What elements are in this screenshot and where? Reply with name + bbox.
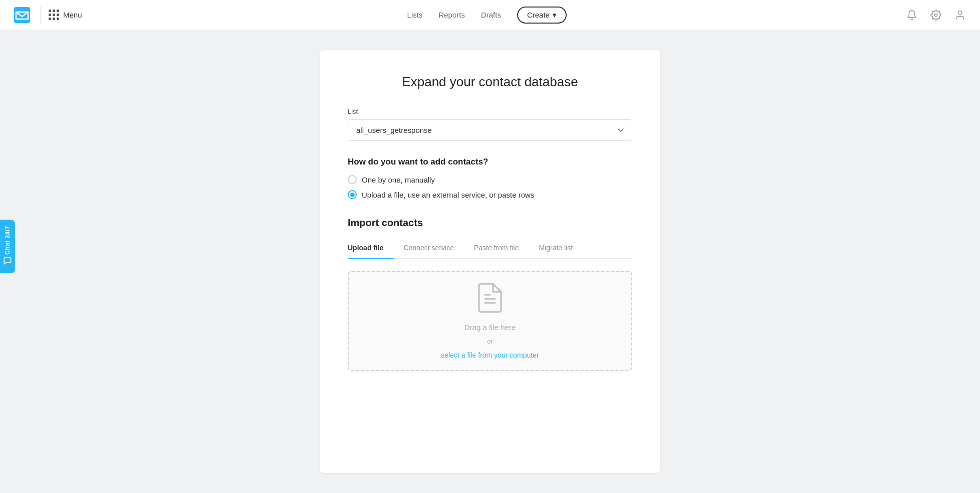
main-content: Expand your contact database List all_us… (0, 30, 980, 493)
notifications-icon[interactable] (904, 7, 920, 23)
topnav-center: Lists Reports Drafts Create ▾ (407, 7, 567, 24)
nav-divider (40, 6, 41, 24)
chat-label: Chat 24/7 (4, 226, 11, 255)
import-title: Import contacts (348, 217, 632, 229)
file-icon (477, 283, 503, 317)
tab-migrate-list[interactable]: Migrate list (529, 239, 583, 259)
nav-drafts[interactable]: Drafts (481, 11, 501, 19)
import-tabs: Upload file Connect service Paste from f… (348, 239, 632, 259)
radio-upload-label: Upload a file, use an external service, … (362, 191, 534, 199)
card: Expand your contact database List all_us… (320, 50, 660, 473)
radio-manual-circle (348, 175, 357, 184)
create-button[interactable]: Create ▾ (517, 7, 567, 24)
svg-point-1 (934, 14, 937, 17)
dropzone-select-link[interactable]: select a file from your computer (441, 351, 539, 359)
list-field: List all_users_getresponse (348, 108, 632, 141)
menu-button[interactable]: Menu (49, 10, 82, 20)
tab-paste-from-file[interactable]: Paste from file (464, 239, 529, 259)
page-title: Expand your contact database (348, 74, 632, 90)
add-contacts-question: How do you want to add contacts? (348, 157, 632, 167)
user-avatar-icon[interactable] (952, 7, 968, 23)
list-select[interactable]: all_users_getresponse (348, 119, 632, 141)
dropzone-drag-text: Drag a file here (464, 323, 516, 332)
svg-point-2 (958, 11, 961, 14)
chat-icon (3, 256, 12, 267)
logo[interactable] (12, 5, 32, 25)
file-dropzone[interactable]: Drag a file here or select a file from y… (348, 271, 632, 371)
create-label: Create (527, 11, 550, 19)
chat-sidebar[interactable]: Chat 24/7 (0, 220, 15, 274)
settings-icon[interactable] (928, 7, 944, 23)
topnav: Menu Lists Reports Drafts Create ▾ (0, 0, 980, 30)
topnav-right (904, 7, 968, 23)
menu-dots-icon (49, 10, 59, 20)
list-label: List (348, 108, 632, 115)
dropzone-or-text: or (487, 338, 493, 345)
radio-upload[interactable]: Upload a file, use an external service, … (348, 190, 632, 199)
radio-group: One by one, manually Upload a file, use … (348, 175, 632, 199)
nav-lists[interactable]: Lists (407, 11, 423, 19)
radio-manual-label: One by one, manually (362, 176, 435, 184)
tab-upload-file[interactable]: Upload file (348, 239, 394, 259)
tab-connect-service[interactable]: Connect service (394, 239, 464, 259)
menu-label: Menu (63, 11, 82, 19)
radio-upload-circle (348, 190, 357, 199)
nav-reports[interactable]: Reports (438, 11, 465, 19)
radio-manual[interactable]: One by one, manually (348, 175, 632, 184)
create-chevron-icon: ▾ (553, 11, 557, 20)
